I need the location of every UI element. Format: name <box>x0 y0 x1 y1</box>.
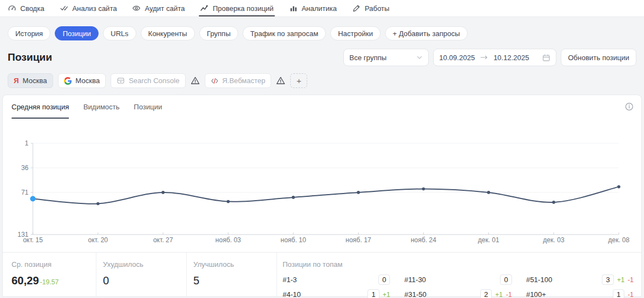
stat-avg-position: Ср. позиция 60,29-19.57 <box>3 253 96 297</box>
date-from[interactable]: 10.09.2025 <box>439 54 475 62</box>
stat-tops: Позиции по топам #1-3 0 #11-30 0 #51-100… <box>277 253 641 297</box>
top-range-label: #1-3 <box>283 276 378 284</box>
page-title: Позиции <box>8 51 52 63</box>
top-row-4-10: #4-10 1 +1 <box>283 287 390 298</box>
stat-worsened: Ухудшилось 0 <box>96 253 187 297</box>
chart-tab-positions[interactable]: Позиции <box>134 95 162 119</box>
top-range-label: #4-10 <box>283 290 367 298</box>
worsened-value: 0 <box>103 274 186 287</box>
svg-text:нояб. 17: нояб. 17 <box>346 236 371 244</box>
chip-label: Москва <box>76 77 100 85</box>
svg-text:окт. 27: окт. 27 <box>153 236 174 244</box>
calendar-icon[interactable] <box>542 54 550 62</box>
page-header: Позиции Все группы 10.09.2025 10.12.2025… <box>0 40 644 66</box>
svg-text:дек. 01: дек. 01 <box>478 236 499 244</box>
chip-label: Search Console <box>129 77 180 85</box>
top-count-badge: 1 <box>613 289 624 298</box>
chip-label: Москва <box>22 77 47 85</box>
svg-text:окт. 15: окт. 15 <box>23 236 43 244</box>
tab-competitors[interactable]: Конкуренты <box>141 26 195 40</box>
eye-icon <box>132 4 141 13</box>
improved-value: 5 <box>193 274 277 287</box>
update-positions-button[interactable]: Обновить позиции <box>561 49 636 66</box>
stats-footer: Ср. позиция 60,29-19.57 Ухудшилось 0 Улу… <box>3 252 641 297</box>
top-row-1-3: #1-3 0 <box>283 272 390 287</box>
top-change-up: +1 <box>383 291 390 298</box>
add-search-engine-button[interactable]: + <box>290 73 307 88</box>
top-row-100plus: #100+ 1 -1 <box>526 287 634 298</box>
svg-text:окт. 20: окт. 20 <box>88 236 108 244</box>
nav-item-analytics[interactable]: Аналитика <box>289 0 337 16</box>
top-count-badge: 0 <box>378 274 390 285</box>
avg-position-change: -19.57 <box>40 278 59 286</box>
tab-settings[interactable]: Настройки <box>330 26 381 40</box>
line-chart-icon <box>200 4 209 13</box>
top-change-up: +1 <box>617 276 625 284</box>
date-range-picker[interactable]: 10.09.2025 10.12.2025 <box>433 49 556 66</box>
svg-text:нояб. 10: нояб. 10 <box>280 236 306 244</box>
chevron-down-icon <box>416 54 423 61</box>
info-icon[interactable] <box>625 102 634 111</box>
search-console-icon <box>117 77 125 85</box>
top-row-11-30: #11-30 0 <box>404 272 511 287</box>
top-count-badge: 0 <box>500 274 511 285</box>
svg-text:1: 1 <box>25 139 28 147</box>
pen-icon <box>352 4 361 13</box>
nav-item-label: Анализ сайта <box>72 4 117 13</box>
nav-item-label: Работы <box>365 4 389 13</box>
top-count-badge: 1 <box>367 289 379 298</box>
date-to[interactable]: 10.12.2025 <box>493 54 529 62</box>
tab-history[interactable]: История <box>8 26 50 40</box>
top-range-label: #51-100 <box>526 276 602 284</box>
yandex-webmaster-icon <box>211 77 219 85</box>
nav-item-summary[interactable]: Сводка <box>8 0 44 16</box>
bar-chart-icon <box>289 4 298 13</box>
chip-google-moscow[interactable]: Москва <box>58 73 106 88</box>
stat-value: 60,29-19.57 <box>12 274 96 287</box>
google-icon <box>64 77 72 85</box>
stat-label: Улучшилось <box>193 260 277 268</box>
stat-label: Позиции по топам <box>283 260 634 268</box>
groups-select[interactable]: Все группы <box>343 49 429 66</box>
chip-search-console[interactable]: Search Console <box>111 73 186 88</box>
top-change-down: -1 <box>628 276 634 284</box>
top-row-51-100: #51-100 3 +1 -1 <box>526 272 634 287</box>
section-tabs: История Позиции URLs Конкуренты Группы Т… <box>0 17 644 40</box>
stat-label: Ср. позиция <box>12 260 96 268</box>
chip-yandex-moscow[interactable]: Я Москва <box>8 73 53 88</box>
tab-groups[interactable]: Группы <box>199 26 238 40</box>
top-change-down: -1 <box>506 291 512 298</box>
arrow-right-icon <box>480 55 488 60</box>
nav-item-label: Аудит сайта <box>145 4 185 13</box>
yandex-icon: Я <box>14 77 19 84</box>
add-queries-button[interactable]: + Добавить запросы <box>385 26 468 40</box>
svg-text:дек. 03: дек. 03 <box>543 236 565 244</box>
warning-icon[interactable] <box>276 76 285 85</box>
stat-improved: Улучшилось 5 <box>187 253 277 297</box>
header-controls: Все группы 10.09.2025 10.12.2025 Обновит… <box>343 49 636 66</box>
tab-query-traffic[interactable]: Трафик по запросам <box>243 26 326 40</box>
top-navigation: Сводка Анализ сайта Аудит сайта Проверка… <box>0 0 644 17</box>
svg-text:71: 71 <box>21 189 29 196</box>
tab-positions[interactable]: Позиции <box>55 26 99 40</box>
top-row-31-50: #31-50 2 +1 -1 <box>404 287 511 298</box>
avg-position-value: 60,29 <box>12 274 39 287</box>
stat-label: Ухудшилось <box>103 260 186 268</box>
chart-tab-average-position[interactable]: Средняя позиция <box>12 95 69 119</box>
top-count-badge: 2 <box>480 289 492 298</box>
svg-text:дек. 08: дек. 08 <box>608 236 630 244</box>
top-range-label: #11-30 <box>404 276 500 284</box>
top-change-up: +1 <box>495 291 503 298</box>
svg-text:нояб. 03: нояб. 03 <box>215 236 241 244</box>
nav-item-position-check[interactable]: Проверка позиций <box>200 0 273 16</box>
search-engine-chips: Я Москва Москва Search Console Я.Вебмаст… <box>0 66 644 88</box>
chip-yandex-webmaster[interactable]: Я.Вебмастер <box>205 73 272 88</box>
nav-item-site-audit[interactable]: Аудит сайта <box>132 0 185 16</box>
nav-item-site-analysis[interactable]: Анализ сайта <box>60 0 117 16</box>
top-range-label: #100+ <box>526 290 613 298</box>
tab-urls[interactable]: URLs <box>103 26 136 40</box>
nav-item-works[interactable]: Работы <box>352 0 389 16</box>
average-position-chart: 13671131окт. 15окт. 20окт. 27нояб. 03ноя… <box>3 119 641 252</box>
warning-icon[interactable] <box>191 76 200 85</box>
chart-tab-visibility[interactable]: Видимость <box>83 95 119 119</box>
